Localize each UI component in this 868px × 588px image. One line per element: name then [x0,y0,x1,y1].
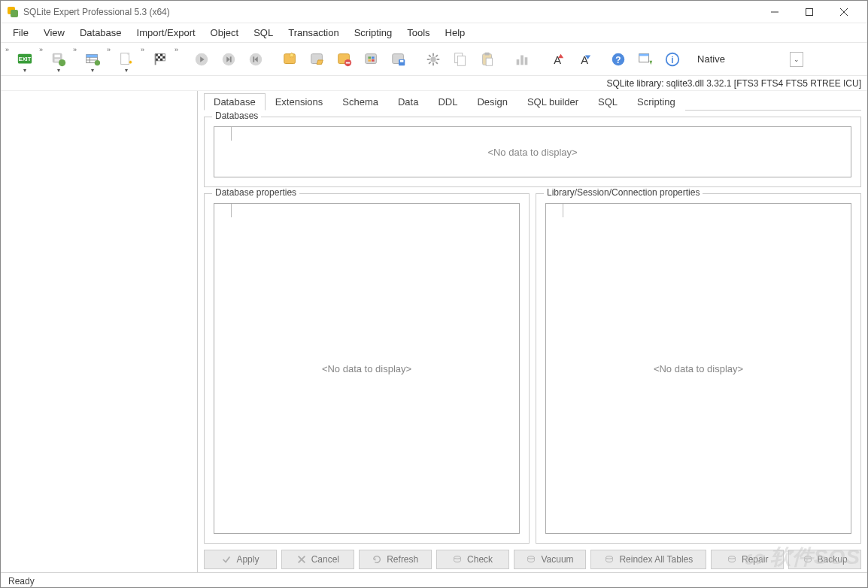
step-back-button[interactable] [243,47,269,72]
app-icon [7,6,19,18]
open-table-button[interactable] [80,47,105,72]
svg-rect-21 [158,56,160,58]
svg-rect-30 [230,56,232,62]
tab-database[interactable]: Database [204,93,266,111]
reindex-button[interactable]: Reindex All Tables [590,550,706,569]
script-save-button[interactable] [386,47,411,72]
check-button[interactable]: Check [436,550,509,569]
script-delete-button[interactable] [332,47,357,72]
menu-sql[interactable]: SQL [246,24,281,41]
play-button[interactable] [189,47,214,72]
svg-point-76 [729,556,736,559]
vacuum-button[interactable]: Vacuum [514,550,587,569]
tab-sql[interactable]: SQL [588,93,627,111]
tab-scripting[interactable]: Scripting [627,93,685,111]
minimize-button[interactable] [757,1,792,23]
svg-rect-7 [55,54,60,57]
settings-button[interactable] [420,47,446,72]
tab-extensions[interactable]: Extensions [266,93,333,111]
svg-text:EXIT: EXIT [19,55,32,62]
menu-tools[interactable]: Tools [399,24,437,41]
script-open-button[interactable] [305,47,330,72]
toolbar-overflow-icon[interactable]: » [39,46,44,53]
lib-properties-grid[interactable]: <No data to display> [545,203,851,534]
tab-design[interactable]: Design [467,93,517,111]
databases-panel: Databases <No data to display> [204,117,861,187]
svg-rect-22 [162,56,165,58]
step-forward-button[interactable] [216,47,241,72]
toolbar-overflow-icon[interactable]: » [175,46,180,53]
menu-transaction[interactable]: Transaction [281,24,346,41]
repair-button[interactable]: Repair [711,550,784,569]
backup-button[interactable]: Backup [788,550,861,569]
finish-flag-button[interactable] [147,47,173,72]
databases-grid[interactable]: <No data to display> [214,126,851,177]
info-button[interactable]: i [660,47,685,72]
paste-button[interactable] [475,47,500,72]
tab-sql-builder[interactable]: SQL builder [517,93,588,111]
svg-point-42 [430,56,436,62]
no-data-label: <No data to display> [322,363,411,374]
databases-legend: Databases [212,111,261,121]
menu-view[interactable]: View [36,24,72,41]
chevron-down-icon[interactable]: ⌄ [790,52,803,67]
cancel-button[interactable]: Cancel [281,550,354,569]
svg-rect-41 [400,59,404,62]
help-button[interactable]: ? [605,47,631,72]
toolbar-overflow-icon[interactable]: » [107,46,112,53]
script-star-button[interactable] [278,47,303,72]
db-properties-grid[interactable]: <No data to display> [214,203,520,534]
svg-rect-37 [372,56,375,59]
toolbar-overflow-icon[interactable]: » [141,46,146,53]
toolbar: » EXIT » » » » » A A ? i Native ⌄ [1,43,867,76]
library-info-line: SQLite library: sqlite3.dll 3.32.1 [FTS3… [1,76,867,91]
lib-properties-panel: Library/Session/Connection properties <N… [536,193,861,544]
svg-rect-36 [369,56,372,59]
menu-database[interactable]: Database [72,24,129,41]
svg-point-77 [804,556,811,559]
library-info-text: SQLite library: sqlite3.dll 3.32.1 [FTS3… [606,78,861,89]
menu-file[interactable]: File [5,24,36,41]
svg-line-49 [436,55,438,57]
svg-line-50 [429,62,431,64]
toolbar-overflow-icon[interactable]: » [5,46,11,53]
no-data-label: <No data to display> [654,363,743,374]
no-data-label: <No data to display> [487,147,577,158]
native-selector[interactable]: Native ⌄ [693,52,803,67]
svg-rect-66 [639,53,649,56]
maximize-button[interactable] [792,1,827,23]
tab-data[interactable]: Data [388,93,428,111]
svg-rect-52 [457,56,465,65]
font-decrease-button[interactable]: A [571,47,596,72]
close-button[interactable] [827,1,861,23]
svg-line-48 [436,62,438,64]
font-increase-button[interactable]: A [544,47,569,72]
refresh-button[interactable]: Refresh [359,550,432,569]
chart-button[interactable] [509,47,535,72]
db-properties-panel: Database properties <No data to display> [204,193,530,544]
db-properties-legend: Database properties [212,187,299,198]
toolbar-overflow-icon[interactable]: » [73,46,78,53]
copy-button[interactable] [448,47,473,72]
svg-text:i: i [671,54,673,65]
svg-rect-38 [369,59,372,62]
tab-schema[interactable]: Schema [332,93,388,111]
svg-rect-56 [517,59,520,65]
menu-scripting[interactable]: Scripting [347,24,400,41]
menu-import-export[interactable]: Import/Export [129,24,203,41]
svg-point-74 [528,556,535,559]
window-title: SQLite Expert Professional 5.3 (x64) [23,7,170,17]
exit-button[interactable]: EXIT [12,47,38,72]
svg-point-9 [59,59,65,66]
menu-help[interactable]: Help [438,24,473,41]
script-color-button[interactable] [359,47,384,72]
lib-properties-legend: Library/Session/Connection properties [544,187,703,198]
new-file-button[interactable] [114,47,139,72]
window-down-button[interactable] [633,47,658,72]
save-db-button[interactable] [46,47,71,72]
apply-button[interactable]: Apply [204,550,277,569]
tab-ddl[interactable]: DDL [428,93,467,111]
menu-object[interactable]: Object [203,24,247,41]
sidebar-tree[interactable] [1,91,198,572]
svg-point-15 [95,59,100,65]
